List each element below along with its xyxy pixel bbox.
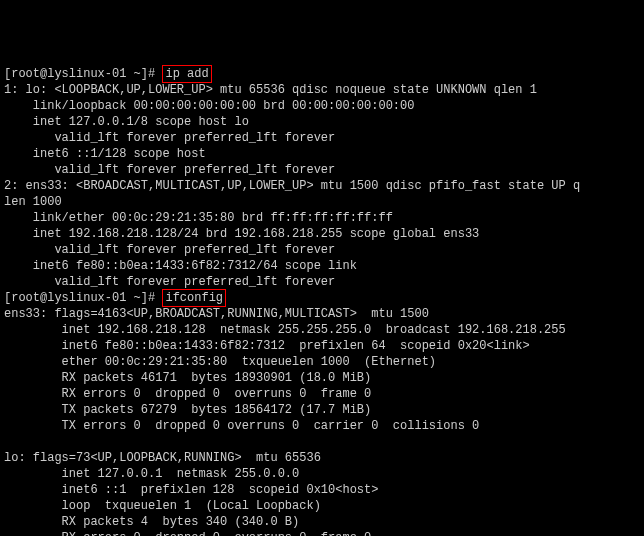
prompt-1: [root@lyslinux-01 ~]# xyxy=(4,67,162,81)
terminal[interactable]: [root@lyslinux-01 ~]# ip add 1: lo: <LOO… xyxy=(0,64,644,536)
ifconfig-output: ens33: flags=4163<UP,BROADCAST,RUNNING,M… xyxy=(4,307,566,536)
prompt-line-1: [root@lyslinux-01 ~]# ip add xyxy=(4,67,212,81)
prompt-line-2: [root@lyslinux-01 ~]# ifconfig xyxy=(4,291,226,305)
ifconfig-highlight: ifconfig xyxy=(162,289,226,307)
ip-add-highlight: ip add xyxy=(162,65,211,83)
ip-add-output: 1: lo: <LOOPBACK,UP,LOWER_UP> mtu 65536 … xyxy=(4,83,580,289)
prompt-2: [root@lyslinux-01 ~]# xyxy=(4,291,162,305)
